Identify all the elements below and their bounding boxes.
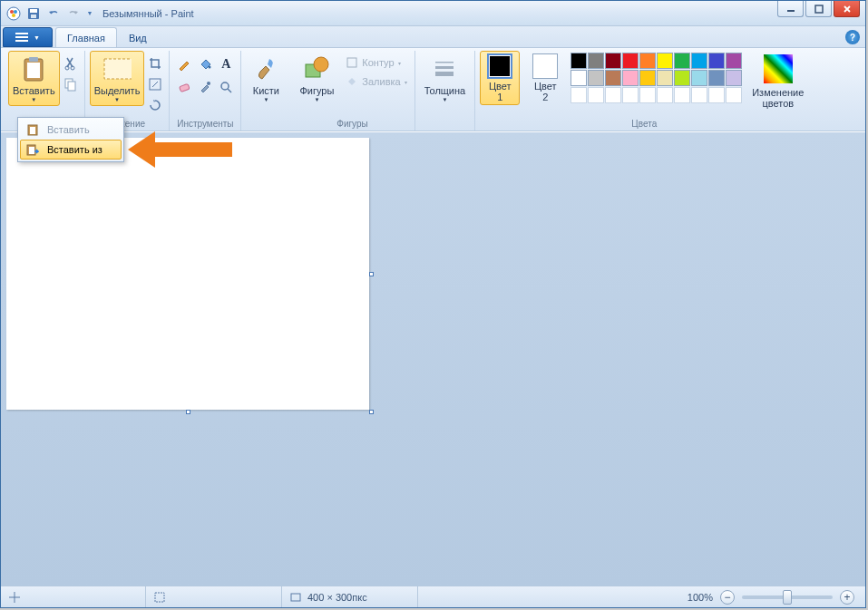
color2-button[interactable]: Цвет 2 xyxy=(525,51,565,105)
clipboard-icon xyxy=(25,122,40,137)
svg-rect-36 xyxy=(29,147,34,154)
color-swatch-empty[interactable] xyxy=(674,87,690,103)
tab-view[interactable]: Вид xyxy=(117,27,159,47)
undo-icon[interactable] xyxy=(44,5,63,23)
color-swatch-empty[interactable] xyxy=(726,87,742,103)
tab-home[interactable]: Главная xyxy=(55,27,117,47)
menu-paste-from[interactable]: Вставить из xyxy=(20,140,122,160)
svg-rect-18 xyxy=(68,82,75,91)
color-swatch[interactable] xyxy=(708,70,725,86)
color-swatch-empty[interactable] xyxy=(691,87,707,103)
magnifier-tool[interactable] xyxy=(216,77,236,97)
color-swatch[interactable] xyxy=(691,53,707,69)
svg-rect-5 xyxy=(30,9,37,13)
copy-button[interactable] xyxy=(62,75,80,93)
text-tool[interactable]: A xyxy=(216,54,236,74)
qat-dropdown-icon[interactable]: ▼ xyxy=(84,5,95,23)
color-swatch[interactable] xyxy=(657,53,673,69)
color-swatch[interactable] xyxy=(622,53,639,69)
maximize-button[interactable] xyxy=(805,1,832,17)
eyedropper-tool[interactable] xyxy=(195,77,215,97)
color-swatch-empty[interactable] xyxy=(588,87,604,103)
svg-point-24 xyxy=(221,82,229,90)
status-bar: 400 × 300пкс 100% − + xyxy=(1,586,865,607)
minimize-button[interactable] xyxy=(777,1,804,17)
color-swatch[interactable] xyxy=(708,53,725,69)
resize-handle-se[interactable] xyxy=(369,410,374,414)
color-swatch[interactable] xyxy=(639,53,656,69)
color-swatch-empty[interactable] xyxy=(622,87,639,103)
resize-handle-s[interactable] xyxy=(186,410,190,414)
rainbow-icon xyxy=(764,54,793,83)
crop-button[interactable] xyxy=(146,54,164,73)
group-shapes: Фигуры ▼ Контур▾ Заливка▾ Фигуры xyxy=(290,51,414,131)
edit-colors-button[interactable]: Изменение цветов xyxy=(747,51,808,112)
shape-fill-button[interactable]: Заливка▾ xyxy=(343,73,409,90)
resize-handle-e[interactable] xyxy=(369,272,374,276)
color-swatch[interactable] xyxy=(588,70,604,86)
cut-button[interactable] xyxy=(62,54,80,73)
color-swatch-empty[interactable] xyxy=(571,87,587,103)
canvas-workspace[interactable] xyxy=(1,131,865,586)
color-swatch[interactable] xyxy=(605,53,621,69)
size-button[interactable]: Толщина ▼ xyxy=(420,51,471,106)
color-swatch[interactable] xyxy=(691,70,707,86)
file-menu-button[interactable]: ▼ xyxy=(3,27,53,47)
group-colors: Цвет 1 Цвет 2 Изменение цветов Цвета xyxy=(475,51,813,131)
color-swatch[interactable] xyxy=(657,70,673,86)
app-icon[interactable] xyxy=(5,5,23,23)
chevron-down-icon: ▼ xyxy=(31,97,36,102)
quick-access-toolbar: ▼ xyxy=(1,5,95,23)
canvas-dimensions: 400 × 300пкс xyxy=(282,586,418,607)
chevron-down-icon: ▼ xyxy=(263,97,268,102)
selection-icon xyxy=(153,591,166,604)
menu-paste[interactable]: Вставить xyxy=(20,120,122,140)
svg-rect-34 xyxy=(30,127,35,134)
svg-point-21 xyxy=(209,66,211,69)
svg-rect-6 xyxy=(31,15,36,18)
shapes-button[interactable]: Фигуры ▼ xyxy=(295,51,338,106)
color-swatch-empty[interactable] xyxy=(605,87,621,103)
save-icon[interactable] xyxy=(24,5,43,23)
help-button[interactable]: ? xyxy=(845,30,860,44)
ribbon-tabs: ▼ Главная Вид ? xyxy=(1,26,865,48)
close-button[interactable] xyxy=(834,1,860,17)
paste-button[interactable]: Вставить ▼ xyxy=(8,51,60,106)
color-swatch-empty[interactable] xyxy=(639,87,656,103)
svg-rect-8 xyxy=(815,5,823,13)
rotate-button[interactable] xyxy=(146,96,164,114)
shape-outline-button[interactable]: Контур▾ xyxy=(343,54,409,71)
color-swatch[interactable] xyxy=(588,53,604,69)
color1-button[interactable]: Цвет 1 xyxy=(480,51,520,105)
resize-button[interactable] xyxy=(146,75,164,93)
canvas[interactable] xyxy=(6,138,369,410)
color-swatch[interactable] xyxy=(674,70,690,86)
svg-rect-19 xyxy=(104,59,132,79)
color-swatch-empty[interactable] xyxy=(708,87,725,103)
dimensions-icon xyxy=(289,591,302,604)
color-swatch[interactable] xyxy=(639,70,656,86)
svg-point-3 xyxy=(12,14,15,17)
zoom-slider[interactable] xyxy=(742,595,833,599)
pencil-tool[interactable] xyxy=(174,54,194,74)
group-tools: A Инструменты xyxy=(170,51,241,131)
color-swatch[interactable] xyxy=(571,70,587,86)
redo-icon[interactable] xyxy=(64,5,83,23)
color-swatch[interactable] xyxy=(622,70,639,86)
window-title: Безымянный - Paint xyxy=(102,8,194,19)
zoom-slider-thumb[interactable] xyxy=(783,590,792,605)
color-swatch[interactable] xyxy=(726,70,742,86)
fill-tool[interactable] xyxy=(195,54,215,74)
color-swatch[interactable] xyxy=(726,53,742,69)
zoom-out-button[interactable]: − xyxy=(720,590,735,605)
zoom-in-button[interactable]: + xyxy=(840,590,854,605)
select-button[interactable]: Выделить ▼ xyxy=(90,51,145,106)
brushes-button[interactable]: Кисти ▼ xyxy=(246,51,286,106)
color-swatch-empty[interactable] xyxy=(657,87,673,103)
chevron-down-icon: ▼ xyxy=(442,97,447,102)
color-swatch[interactable] xyxy=(674,53,690,69)
zoom-controls: 100% − + xyxy=(688,590,865,605)
color-swatch[interactable] xyxy=(571,53,587,69)
eraser-tool[interactable] xyxy=(174,77,194,97)
color-swatch[interactable] xyxy=(605,70,621,86)
